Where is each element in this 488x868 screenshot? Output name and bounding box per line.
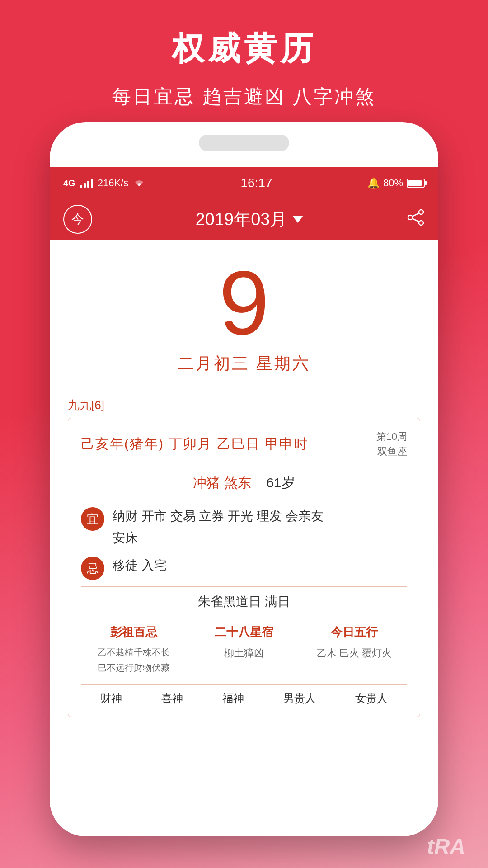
ji-content: 移徒 入宅 (113, 555, 407, 576)
god-fushen: 福神 (222, 691, 244, 706)
zodiac-sign: 双鱼座 (376, 444, 407, 459)
network-speed: 216K/s (98, 177, 129, 189)
battery-percent: 80% (383, 177, 403, 189)
battery-icon (407, 179, 425, 188)
status-right: 🔔 80% (367, 177, 425, 189)
month-selector[interactable]: 2019年03月 (196, 208, 304, 231)
divider-1 (81, 467, 407, 467)
yi-badge: 宜 (81, 507, 104, 531)
alarm-icon: 🔔 (367, 177, 380, 189)
chong-age: 61岁 (266, 475, 295, 490)
bottom-gods-row: 财神 喜神 福神 男贵人 女贵人 (81, 684, 407, 706)
ji-badge: 忌 (81, 557, 104, 580)
col-pengzu-content: 乙不栽植千株不长 巳不远行财物伏藏 (81, 645, 187, 675)
lunar-date: 二月初三 星期六 (68, 353, 420, 375)
svg-point-1 (408, 215, 413, 220)
network-type: 4G (63, 178, 75, 189)
month-display: 2019年03月 (196, 208, 287, 231)
ganzhi-row: 己亥年(猪年) 丁卯月 乙巳日 甲申时 第10周 双鱼座 (81, 429, 407, 459)
content-area: 9 二月初三 星期六 九九[6] 己亥年(猪年) 丁卯月 乙巳日 甲申时 第10… (50, 240, 438, 836)
nine-nine-label: 九九[6] (68, 397, 420, 413)
divider-2 (81, 499, 407, 499)
svg-line-4 (413, 218, 419, 222)
phone-notch (199, 135, 289, 151)
status-left: 4G 216K/s (63, 177, 145, 189)
week-number: 第10周 (376, 429, 407, 444)
week-zodiac: 第10周 双鱼座 (376, 429, 407, 459)
day-number: 9 (68, 258, 420, 348)
yi-row: 宜 纳财 开市 交易 立券 开光 理发 会亲友 安床 (81, 505, 407, 548)
detail-section: 九九[6] 己亥年(猪年) 丁卯月 乙巳日 甲申时 第10周 双鱼座 冲猪 煞 (68, 397, 420, 717)
col-pengzu-title: 彭祖百忌 (81, 624, 187, 640)
col-xingxiu-content: 柳土獐凶 (191, 645, 297, 661)
god-xishen: 喜神 (161, 691, 183, 706)
col-wuxing-content: 乙木 巳火 覆灯火 (301, 645, 407, 661)
svg-point-2 (419, 221, 423, 225)
ganzhi-main: 己亥年(猪年) 丁卯月 乙巳日 甲申时 (81, 435, 308, 453)
dropdown-arrow-icon (292, 216, 303, 223)
phone-frame: 4G 216K/s 16:17 🔔 80% (50, 122, 438, 836)
yi-content: 纳财 开市 交易 立券 开光 理发 会亲友 安床 (113, 505, 407, 548)
divider-3 (81, 586, 407, 587)
three-cols: 彭祖百忌 乙不栽植千株不长 巳不远行财物伏藏 二十八星宿 柳土獐凶 今日五行 乙… (81, 624, 407, 675)
svg-point-0 (419, 210, 423, 214)
wifi-icon (133, 178, 145, 188)
god-nvguiren: 女贵人 (355, 691, 388, 706)
col-wuxing-title: 今日五行 (301, 624, 407, 640)
app-subtitle: 每日宜忌 趋吉避凶 八字冲煞 (0, 84, 488, 109)
share-button[interactable] (407, 208, 425, 231)
detail-card: 己亥年(猪年) 丁卯月 乙巳日 甲申时 第10周 双鱼座 冲猪 煞东 61岁 (68, 418, 420, 717)
god-nanguiren: 男贵人 (283, 691, 316, 706)
status-time: 16:17 (241, 176, 272, 190)
date-display: 9 二月初三 星期六 (68, 240, 420, 384)
signal-bars (80, 179, 93, 188)
today-button[interactable]: 今 (63, 205, 92, 234)
app-title: 权威黄历 (0, 0, 488, 71)
status-bar: 4G 216K/s 16:17 🔔 80% (50, 167, 438, 199)
god-caishen: 财神 (100, 691, 122, 706)
col-xingxiu: 二十八星宿 柳土獐凶 (191, 624, 297, 675)
watermark: tRA (427, 834, 465, 859)
col-wuxing: 今日五行 乙木 巳火 覆灯火 (301, 624, 407, 675)
divider-4 (81, 617, 407, 617)
ji-row: 忌 移徒 入宅 (81, 555, 407, 580)
black-day: 朱雀黑道日 满日 (81, 593, 407, 610)
svg-line-3 (413, 213, 419, 216)
col-pengzu: 彭祖百忌 乙不栽植千株不长 巳不远行财物伏藏 (81, 624, 187, 675)
chong-text: 冲猪 煞东 (193, 475, 251, 490)
col-xingxiu-title: 二十八星宿 (191, 624, 297, 640)
nav-bar: 今 2019年03月 (50, 199, 438, 240)
chong-row: 冲猪 煞东 61岁 (81, 474, 407, 492)
